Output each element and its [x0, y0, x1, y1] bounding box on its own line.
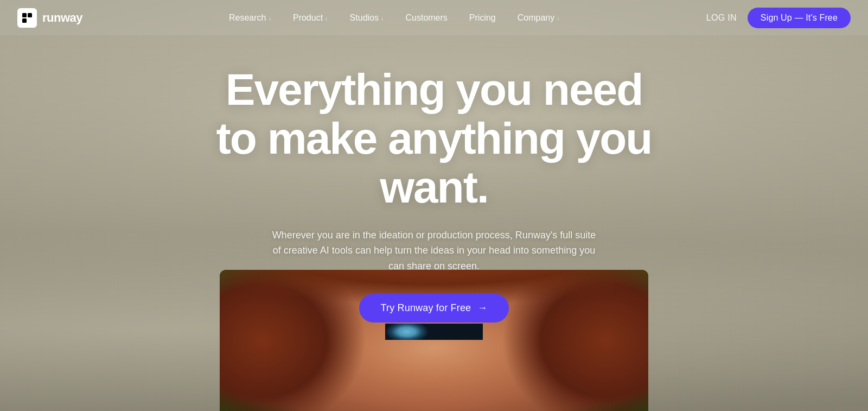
- nav-company[interactable]: Company ↓: [509, 9, 569, 27]
- hero-headline: Everything you need to make anything you…: [190, 65, 678, 212]
- studios-chevron-icon: ↓: [381, 15, 384, 21]
- navbar: runway Research ↓ Product ↓ Studios ↓ Cu…: [0, 0, 868, 35]
- company-chevron-icon: ↓: [557, 15, 560, 21]
- logo-text: runway: [42, 11, 82, 25]
- research-chevron-icon: ↓: [268, 15, 271, 21]
- login-button[interactable]: LOG IN: [706, 13, 737, 23]
- nav-links: Research ↓ Product ↓ Studios ↓ Customers…: [220, 9, 569, 27]
- nav-customers[interactable]: Customers: [397, 9, 456, 27]
- nav-product[interactable]: Product ↓: [284, 9, 337, 27]
- nav-pricing[interactable]: Pricing: [461, 9, 505, 27]
- nav-right: LOG IN Sign Up — It's Free: [706, 8, 851, 28]
- signup-button[interactable]: Sign Up — It's Free: [748, 8, 851, 28]
- logo[interactable]: runway: [17, 8, 82, 28]
- hero-subtext: Wherever you are in the ideation or prod…: [271, 227, 597, 274]
- svg-rect-0: [22, 13, 27, 17]
- hero-content: Everything you need to make anything you…: [0, 0, 868, 323]
- svg-rect-2: [22, 18, 27, 23]
- logo-icon: [17, 8, 37, 28]
- nav-research[interactable]: Research ↓: [220, 9, 280, 27]
- product-chevron-icon: ↓: [325, 15, 328, 21]
- arrow-icon: →: [477, 302, 487, 314]
- cta-label: Try Runway for Free: [381, 302, 471, 314]
- nav-studios[interactable]: Studios ↓: [341, 9, 393, 27]
- svg-rect-1: [28, 13, 32, 17]
- cta-button[interactable]: Try Runway for Free →: [359, 294, 509, 323]
